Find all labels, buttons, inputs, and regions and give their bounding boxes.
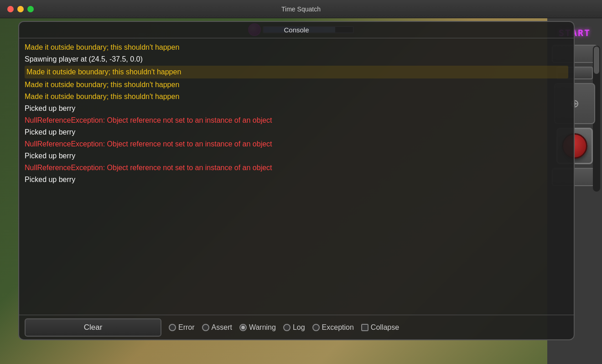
console-line: NullReferenceException: Object reference… [25, 139, 568, 150]
filters-container: ErrorAssertWarningLogExceptionCollapse [169, 323, 399, 332]
console-line: Made it outside boundary; this shouldn't… [25, 91, 568, 102]
console-title: Console [284, 26, 309, 34]
scrollbar-thumb[interactable] [594, 47, 599, 74]
filter-group-assert: Assert [202, 323, 232, 332]
filter-group-warning: Warning [239, 323, 276, 332]
filter-radio-error[interactable] [169, 324, 176, 331]
console-line: NullReferenceException: Object reference… [25, 115, 568, 126]
filter-group-collapse: Collapse [361, 323, 399, 332]
minimize-button[interactable] [17, 6, 24, 12]
console-line: NullReferenceException: Object reference… [25, 162, 568, 173]
game-background: START ⊕ Console Made it outside boundary… [0, 18, 602, 364]
close-button[interactable] [7, 6, 14, 12]
window-title: Time Squatch [281, 5, 321, 13]
console-line: Made it outside boundary; this shouldn't… [25, 42, 568, 53]
console-line: Picked up berry [25, 174, 568, 185]
filter-group-exception: Exception [312, 323, 354, 332]
console-footer: Clear ErrorAssertWarningLogExceptionColl… [19, 315, 574, 339]
title-bar: Time Squatch [0, 0, 602, 18]
filter-label-collapse: Collapse [371, 323, 399, 332]
filter-label-warning: Warning [249, 323, 276, 332]
console-line: Made it outside boundary; this shouldn't… [25, 66, 568, 78]
filter-label-log: Log [293, 323, 305, 332]
console-body: Made it outside boundary; this shouldn't… [19, 38, 574, 315]
console-line: Picked up berry [25, 103, 568, 114]
console-line: Spawning player at (24.5, -37.5, 0.0) [25, 54, 568, 65]
filter-radio-assert[interactable] [202, 324, 209, 331]
maximize-button[interactable] [27, 6, 34, 12]
filter-label-error: Error [178, 323, 195, 332]
console-line: Picked up berry [25, 151, 568, 161]
console-header: Console [19, 22, 574, 38]
filter-label-assert: Assert [212, 323, 232, 332]
filter-group-log: Log [283, 323, 305, 332]
window-controls [7, 6, 34, 12]
filter-radio-log[interactable] [283, 324, 291, 331]
console-line: Made it outside boundary; this shouldn't… [25, 79, 568, 90]
filter-group-error: Error [169, 323, 195, 332]
clear-button[interactable]: Clear [25, 318, 161, 337]
filter-label-exception: Exception [322, 323, 354, 332]
console-panel: Console Made it outside boundary; this s… [18, 21, 575, 340]
filter-checkbox-collapse[interactable] [361, 324, 368, 331]
filter-radio-warning[interactable] [239, 324, 247, 331]
filter-radio-exception[interactable] [312, 324, 320, 331]
console-line: Picked up berry [25, 127, 568, 138]
